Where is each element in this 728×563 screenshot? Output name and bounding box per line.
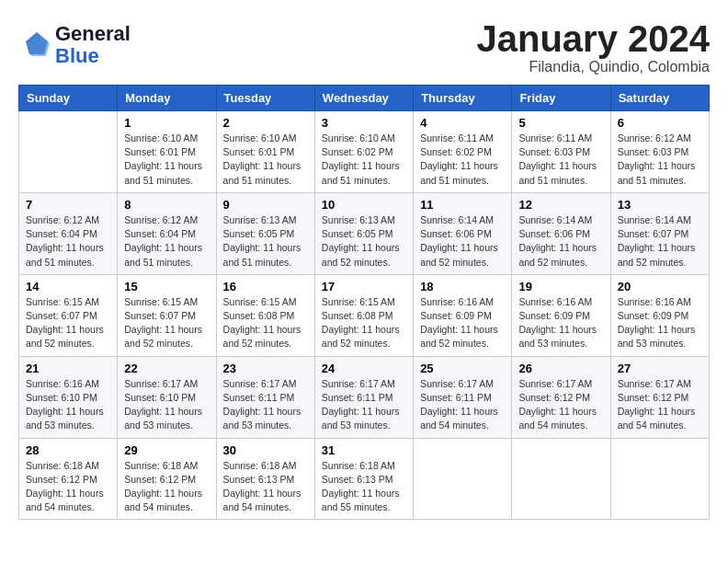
day-number: 6: [618, 116, 702, 130]
calendar-day-cell: 9Sunrise: 6:13 AMSunset: 6:05 PMDaylight…: [216, 192, 314, 274]
day-info: Sunrise: 6:15 AMSunset: 6:07 PMDaylight:…: [124, 295, 209, 351]
day-info: Sunrise: 6:15 AMSunset: 6:07 PMDaylight:…: [26, 295, 110, 351]
day-info: Sunrise: 6:17 AMSunset: 6:12 PMDaylight:…: [518, 377, 603, 433]
calendar-day-cell: 22Sunrise: 6:17 AMSunset: 6:10 PMDayligh…: [118, 356, 216, 438]
day-number: 20: [618, 280, 702, 293]
day-number: 25: [420, 362, 505, 375]
month-title: January 2024: [476, 18, 710, 59]
day-number: 24: [322, 362, 406, 375]
calendar-day-cell: 21Sunrise: 6:16 AMSunset: 6:10 PMDayligh…: [19, 356, 118, 438]
day-info: Sunrise: 6:15 AMSunset: 6:08 PMDaylight:…: [322, 295, 406, 351]
calendar-week-row: 1Sunrise: 6:10 AMSunset: 6:01 PMDaylight…: [19, 111, 710, 193]
weekday-header-thursday: Thursday: [414, 86, 512, 111]
day-number: 27: [618, 362, 702, 375]
calendar-day-cell: 5Sunrise: 6:11 AMSunset: 6:03 PMDaylight…: [512, 111, 610, 193]
day-info: Sunrise: 6:16 AMSunset: 6:09 PMDaylight:…: [420, 295, 505, 351]
day-number: 19: [518, 280, 603, 293]
weekday-header-row: SundayMondayTuesdayWednesdayThursdayFrid…: [19, 86, 710, 111]
day-number: 14: [26, 280, 110, 293]
calendar-day-cell: 23Sunrise: 6:17 AMSunset: 6:11 PMDayligh…: [216, 356, 314, 438]
day-info: Sunrise: 6:16 AMSunset: 6:09 PMDaylight:…: [518, 295, 603, 351]
weekday-header-saturday: Saturday: [610, 86, 709, 111]
calendar-week-row: 7Sunrise: 6:12 AMSunset: 6:04 PMDaylight…: [19, 192, 710, 274]
weekday-header-sunday: Sunday: [19, 86, 118, 111]
day-info: Sunrise: 6:17 AMSunset: 6:11 PMDaylight:…: [420, 377, 505, 433]
calendar-week-row: 14Sunrise: 6:15 AMSunset: 6:07 PMDayligh…: [19, 274, 710, 356]
day-number: 5: [518, 116, 603, 130]
page-header: General Blue January 2024 Filandia, Quin…: [18, 18, 710, 75]
day-number: 2: [223, 116, 308, 130]
day-info: Sunrise: 6:14 AMSunset: 6:07 PMDaylight:…: [618, 213, 702, 270]
calendar-day-cell: 27Sunrise: 6:17 AMSunset: 6:12 PMDayligh…: [610, 356, 709, 438]
day-info: Sunrise: 6:18 AMSunset: 6:13 PMDaylight:…: [322, 459, 406, 515]
calendar-week-row: 21Sunrise: 6:16 AMSunset: 6:10 PMDayligh…: [19, 356, 710, 438]
empty-cell: [414, 438, 512, 520]
calendar-day-cell: 24Sunrise: 6:17 AMSunset: 6:11 PMDayligh…: [314, 356, 413, 438]
day-info: Sunrise: 6:11 AMSunset: 6:03 PMDaylight:…: [518, 132, 603, 188]
calendar-day-cell: 20Sunrise: 6:16 AMSunset: 6:09 PMDayligh…: [610, 274, 709, 356]
calendar-day-cell: 7Sunrise: 6:12 AMSunset: 6:04 PMDaylight…: [19, 192, 118, 274]
day-number: 23: [223, 362, 308, 375]
day-info: Sunrise: 6:16 AMSunset: 6:09 PMDaylight:…: [618, 295, 702, 351]
calendar-day-cell: 28Sunrise: 6:18 AMSunset: 6:12 PMDayligh…: [19, 438, 118, 520]
calendar-day-cell: 30Sunrise: 6:18 AMSunset: 6:13 PMDayligh…: [216, 438, 314, 520]
day-number: 9: [223, 198, 308, 212]
day-number: 3: [322, 116, 406, 130]
day-number: 26: [518, 362, 603, 375]
day-number: 16: [223, 280, 308, 293]
calendar-day-cell: 12Sunrise: 6:14 AMSunset: 6:06 PMDayligh…: [512, 192, 610, 274]
day-number: 11: [420, 198, 505, 212]
day-number: 12: [518, 198, 603, 212]
calendar-day-cell: 6Sunrise: 6:12 AMSunset: 6:03 PMDaylight…: [610, 111, 709, 193]
day-info: Sunrise: 6:10 AMSunset: 6:02 PMDaylight:…: [322, 132, 406, 188]
calendar-day-cell: 25Sunrise: 6:17 AMSunset: 6:11 PMDayligh…: [414, 356, 512, 438]
day-info: Sunrise: 6:14 AMSunset: 6:06 PMDaylight:…: [518, 213, 603, 270]
day-number: 18: [420, 280, 505, 293]
day-info: Sunrise: 6:14 AMSunset: 6:06 PMDaylight:…: [420, 213, 505, 270]
day-info: Sunrise: 6:18 AMSunset: 6:12 PMDaylight:…: [124, 459, 209, 515]
day-number: 10: [322, 198, 406, 212]
calendar-day-cell: 2Sunrise: 6:10 AMSunset: 6:01 PMDaylight…: [216, 111, 314, 193]
calendar-day-cell: 18Sunrise: 6:16 AMSunset: 6:09 PMDayligh…: [414, 274, 512, 356]
calendar-day-cell: 29Sunrise: 6:18 AMSunset: 6:12 PMDayligh…: [118, 438, 216, 520]
logo: General Blue: [18, 23, 131, 67]
day-number: 28: [26, 443, 110, 457]
calendar-day-cell: 1Sunrise: 6:10 AMSunset: 6:01 PMDaylight…: [118, 111, 216, 193]
day-number: 1: [124, 116, 209, 130]
day-info: Sunrise: 6:13 AMSunset: 6:05 PMDaylight:…: [322, 213, 406, 270]
day-number: 4: [420, 116, 505, 130]
day-info: Sunrise: 6:18 AMSunset: 6:12 PMDaylight:…: [26, 459, 110, 515]
day-number: 22: [124, 362, 209, 375]
day-number: 17: [322, 280, 406, 293]
calendar-day-cell: 31Sunrise: 6:18 AMSunset: 6:13 PMDayligh…: [314, 438, 413, 520]
day-info: Sunrise: 6:17 AMSunset: 6:11 PMDaylight:…: [223, 377, 308, 433]
day-info: Sunrise: 6:15 AMSunset: 6:08 PMDaylight:…: [223, 295, 308, 351]
day-number: 31: [322, 443, 406, 457]
logo-general: General: [55, 22, 131, 45]
calendar-week-row: 28Sunrise: 6:18 AMSunset: 6:12 PMDayligh…: [19, 438, 710, 520]
day-info: Sunrise: 6:13 AMSunset: 6:05 PMDaylight:…: [223, 213, 308, 270]
weekday-header-tuesday: Tuesday: [216, 86, 314, 111]
day-number: 29: [124, 443, 209, 457]
empty-cell: [512, 438, 610, 520]
logo-blue: Blue: [55, 44, 99, 67]
empty-cell: [19, 111, 118, 193]
day-info: Sunrise: 6:17 AMSunset: 6:11 PMDaylight:…: [322, 377, 406, 433]
calendar-table: SundayMondayTuesdayWednesdayThursdayFrid…: [18, 85, 710, 520]
day-info: Sunrise: 6:12 AMSunset: 6:03 PMDaylight:…: [618, 132, 702, 188]
calendar-day-cell: 16Sunrise: 6:15 AMSunset: 6:08 PMDayligh…: [216, 274, 314, 356]
day-info: Sunrise: 6:10 AMSunset: 6:01 PMDaylight:…: [124, 132, 209, 188]
day-info: Sunrise: 6:16 AMSunset: 6:10 PMDaylight:…: [26, 377, 110, 433]
day-number: 15: [124, 280, 209, 293]
day-info: Sunrise: 6:10 AMSunset: 6:01 PMDaylight:…: [223, 132, 308, 188]
calendar-day-cell: 19Sunrise: 6:16 AMSunset: 6:09 PMDayligh…: [512, 274, 610, 356]
day-info: Sunrise: 6:18 AMSunset: 6:13 PMDaylight:…: [223, 459, 308, 515]
weekday-header-wednesday: Wednesday: [314, 86, 413, 111]
title-block: January 2024 Filandia, Quindio, Colombia: [476, 18, 710, 75]
calendar-day-cell: 26Sunrise: 6:17 AMSunset: 6:12 PMDayligh…: [512, 356, 610, 438]
calendar-day-cell: 10Sunrise: 6:13 AMSunset: 6:05 PMDayligh…: [314, 192, 413, 274]
day-number: 30: [223, 443, 308, 457]
day-info: Sunrise: 6:12 AMSunset: 6:04 PMDaylight:…: [26, 213, 110, 270]
day-info: Sunrise: 6:17 AMSunset: 6:12 PMDaylight:…: [618, 377, 702, 433]
calendar-day-cell: 14Sunrise: 6:15 AMSunset: 6:07 PMDayligh…: [19, 274, 118, 356]
